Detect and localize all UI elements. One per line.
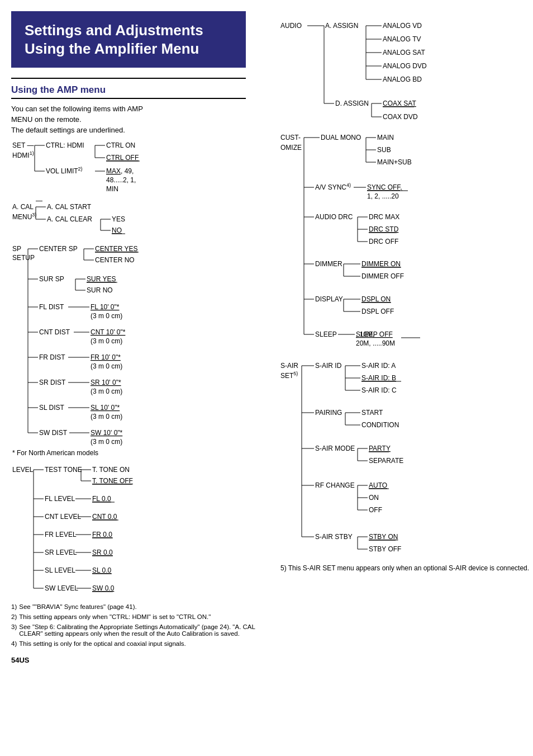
svg-text:SL DIST: SL DIST (39, 404, 65, 412)
svg-text:STBY OFF: STBY OFF (369, 545, 401, 553)
svg-text:(3 m 0 cm): (3 m 0 cm) (91, 413, 122, 420)
svg-text:SR 10' 0"*: SR 10' 0"* (91, 379, 121, 386)
svg-text:ANALOG VD: ANALOG VD (383, 22, 422, 30)
svg-text:COAX SAT: COAX SAT (383, 100, 416, 107)
svg-text:VOL LIMIT2): VOL LIMIT2) (46, 166, 83, 175)
svg-text:CENTER SP: CENTER SP (39, 245, 78, 253)
svg-text:* For North American models: * For North American models (12, 449, 98, 457)
svg-text:SL 10' 0"*: SL 10' 0"* (91, 404, 120, 412)
svg-text:SLEEP: SLEEP (315, 330, 337, 338)
svg-text:S-AIR ID: A: S-AIR ID: A (361, 362, 396, 370)
svg-text:FR 10' 0"*: FR 10' 0"* (91, 353, 121, 361)
svg-text:CENTER YES: CENTER YES (95, 245, 137, 253)
svg-text:FR DIST: FR DIST (39, 353, 65, 361)
svg-text:MIN: MIN (106, 185, 118, 193)
svg-text:SEPARATE: SEPARATE (369, 457, 403, 465)
svg-text:(3 m 0 cm): (3 m 0 cm) (91, 438, 122, 446)
footnote-3: 3) See "Step 6: Calibrating the Appropri… (11, 623, 268, 637)
svg-text:MAIN+SUB: MAIN+SUB (377, 158, 412, 166)
svg-text:FL 0.0: FL 0.0 (92, 495, 111, 503)
svg-text:—: — (36, 197, 42, 205)
svg-text:SR LEVEL: SR LEVEL (45, 549, 77, 556)
svg-text:ON: ON (369, 494, 379, 502)
svg-text:PAIRING: PAIRING (315, 409, 342, 417)
svg-text:A. CAL CLEAR: A. CAL CLEAR (47, 215, 92, 223)
svg-text:CONDITION: CONDITION (361, 421, 399, 429)
svg-text:SW 0.0: SW 0.0 (92, 584, 115, 592)
svg-text:DIMMER: DIMMER (315, 260, 342, 268)
svg-text:CTRL OFF: CTRL OFF (106, 154, 139, 162)
svg-text:NO: NO (112, 226, 122, 234)
svg-text:DSPL OFF: DSPL OFF (361, 308, 394, 315)
svg-text:CNT 0.0: CNT 0.0 (92, 513, 117, 521)
svg-text:CNT 10' 0"*: CNT 10' 0"* (91, 328, 126, 336)
svg-text:A. ASSIGN: A. ASSIGN (325, 22, 358, 30)
svg-text:COAX DVD: COAX DVD (383, 113, 418, 121)
svg-text:S-AIR ID: S-AIR ID (315, 362, 342, 370)
svg-text:ANALOG TV: ANALOG TV (383, 35, 421, 43)
svg-text:DISPLAY: DISPLAY (315, 295, 343, 303)
svg-text:DRC STD: DRC STD (369, 225, 399, 233)
left-tree-diagram: SET — HDMI1) CTRL: HDMI CTRL ON CTRL OFF… (11, 136, 265, 595)
svg-text:TEST TONE: TEST TONE (45, 466, 82, 474)
svg-text:MENU3): MENU3) (12, 212, 36, 221)
svg-text:D. ASSIGN: D. ASSIGN (335, 100, 369, 107)
svg-text:START: START (361, 409, 383, 417)
svg-text:OFF: OFF (369, 506, 382, 514)
svg-text:SUR NO: SUR NO (87, 286, 113, 294)
svg-text:1, 2, .....20: 1, 2, .....20 (367, 192, 399, 200)
svg-text:CTRL ON: CTRL ON (106, 141, 135, 149)
footnote-4: 4) This setting is only for the optical … (11, 640, 268, 647)
svg-text:FR 0.0: FR 0.0 (92, 531, 112, 538)
svg-text:SYNC OFF,: SYNC OFF, (367, 183, 402, 191)
svg-text:HDMI1): HDMI1) (12, 150, 34, 159)
svg-text:SR DIST: SR DIST (39, 379, 66, 386)
svg-text:SUB: SUB (377, 146, 391, 154)
footnotes-section: 1) See ""BRAVIA" Sync features" (page 41… (11, 603, 268, 647)
footnote-2: 2) This setting appears only when "CTRL:… (11, 613, 268, 620)
svg-text:PARTY: PARTY (369, 445, 391, 452)
svg-text:, 49,: , 49, (121, 167, 134, 175)
svg-text:A. CAL: A. CAL (12, 203, 34, 211)
svg-text:(3 m 0 cm): (3 m 0 cm) (91, 388, 122, 395)
svg-text:FR LEVEL: FR LEVEL (45, 531, 77, 538)
svg-text:CENTER NO: CENTER NO (95, 256, 135, 264)
svg-text:, 10M,: , 10M, (356, 330, 374, 338)
svg-text:STBY ON: STBY ON (369, 533, 398, 541)
svg-text:S-AIR STBY: S-AIR STBY (315, 533, 353, 541)
svg-text:MAX: MAX (106, 167, 121, 175)
svg-text:CTRL: HDMI: CTRL: HDMI (46, 141, 84, 149)
svg-text:ANALOG DVD: ANALOG DVD (383, 62, 427, 70)
svg-text:T. TONE ON: T. TONE ON (92, 466, 130, 474)
svg-text:A. CAL START: A. CAL START (47, 203, 92, 211)
svg-text:SW LEVEL: SW LEVEL (45, 584, 78, 592)
svg-text:AUDIO DRC: AUDIO DRC (315, 213, 353, 221)
svg-text:DUAL MONO: DUAL MONO (321, 134, 361, 141)
svg-text:AUTO: AUTO (369, 481, 387, 489)
svg-text:FL DIST: FL DIST (39, 303, 64, 311)
svg-text:SW 10' 0"*: SW 10' 0"* (91, 429, 123, 437)
svg-text:S-AIR ID: C: S-AIR ID: C (361, 386, 397, 394)
svg-text:5)  This S-AIR SET menu appear: 5) This S-AIR SET menu appears only when… (280, 564, 529, 572)
svg-text:(3 m 0 cm): (3 m 0 cm) (91, 312, 122, 320)
svg-text:DRC OFF: DRC OFF (369, 238, 398, 245)
svg-text:ANALOG BD: ANALOG BD (383, 75, 422, 83)
intro-line1: You can set the following items with AMP (11, 105, 246, 113)
svg-text:A/V SYNC4): A/V SYNC4) (315, 182, 351, 191)
svg-text:SET5): SET5) (280, 371, 298, 380)
svg-text:DIMMER OFF: DIMMER OFF (361, 272, 404, 280)
svg-text:SW DIST: SW DIST (39, 429, 68, 437)
svg-text:20M, .....90M: 20M, .....90M (356, 339, 395, 347)
svg-text:S-AIR MODE: S-AIR MODE (315, 445, 355, 452)
page-number: 54US (11, 656, 268, 664)
page-title: Settings and Adjustments Using the Ampli… (25, 21, 232, 58)
svg-text:SR 0.0: SR 0.0 (92, 549, 113, 556)
svg-text:SL 0.0: SL 0.0 (92, 566, 112, 574)
right-tree-diagram: AUDIO A. ASSIGN ANALOG VD ANALOG TV ANAL… (279, 11, 533, 626)
svg-text:FL 10' 0"*: FL 10' 0"* (91, 303, 120, 311)
svg-text:DRC MAX: DRC MAX (369, 213, 399, 221)
svg-text:DIMMER ON: DIMMER ON (361, 260, 401, 268)
svg-text:SET —: SET — (12, 141, 34, 149)
footnote-1: 1) See ""BRAVIA" Sync features" (page 41… (11, 603, 268, 610)
svg-text:S-AIR: S-AIR (280, 362, 298, 370)
